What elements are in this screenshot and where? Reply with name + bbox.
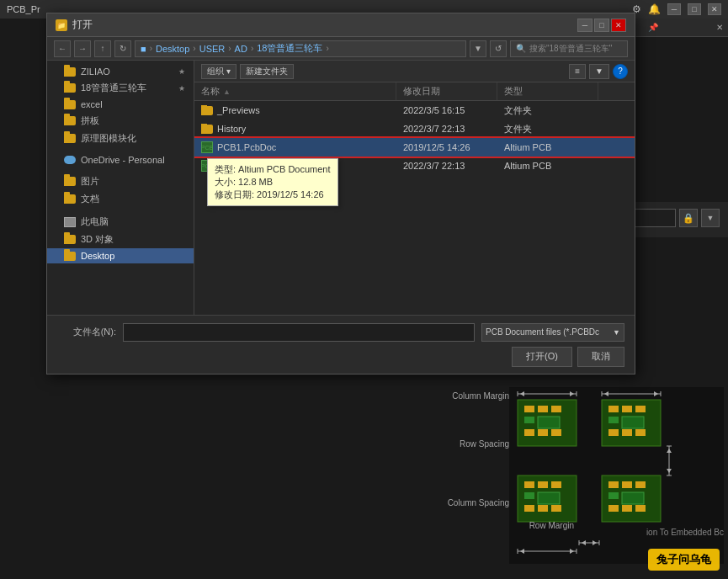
svg-rect-32: [622, 492, 644, 504]
col-header-date[interactable]: 修改日期: [396, 82, 497, 100]
path-item-ad[interactable]: AD: [235, 44, 247, 54]
path-item-0[interactable]: ■: [141, 44, 146, 54]
sidebar-label: excel: [81, 99, 103, 109]
sidebar-label: ZILIAO: [81, 66, 110, 77]
col-header-name[interactable]: 名称 ▲: [194, 82, 396, 100]
svg-marker-49: [667, 449, 672, 453]
file-type-cell: Altium PCB: [497, 161, 598, 171]
help-button[interactable]: ?: [613, 64, 628, 79]
file-row-history[interactable]: History 2022/3/7 22:13 文件夹: [194, 120, 635, 138]
sidebar-item-pictures[interactable]: 图片: [47, 173, 194, 190]
minimize-button[interactable]: ─: [667, 3, 681, 15]
sidebar-label: 3D 对象: [81, 233, 114, 246]
sidebar-item-18guan[interactable]: 18管普通三轮车 ★: [47, 79, 194, 97]
folder-icon: [201, 125, 213, 134]
maximize-button[interactable]: □: [688, 3, 701, 15]
sidebar-item-ziliao[interactable]: ZILIAO ★: [47, 64, 194, 79]
sidebar-label: 此电脑: [81, 215, 109, 228]
sidebar-item-onedrive[interactable]: OneDrive - Personal: [47, 152, 194, 167]
file-name-cell: _Previews: [194, 105, 396, 115]
file-row-previews[interactable]: _Previews 2022/3/5 16:15 文件夹: [194, 101, 635, 120]
dialog-titlebar: 📁 打开 ─ □ ✕: [47, 13, 635, 37]
svg-rect-34: [622, 505, 632, 512]
file-row-pcb1[interactable]: PCB PCB1.PcbDoc 2019/12/5 14:26 Altium P…: [194, 138, 635, 157]
lock-button[interactable]: 🔒: [679, 209, 698, 227]
sidebar-item-yuanli[interactable]: 原理图模块化: [47, 130, 194, 147]
watermark: 兔子问乌龟: [648, 549, 720, 571]
panel-close-icon[interactable]: ✕: [716, 23, 723, 32]
pcb-diagram-svg: [509, 387, 724, 564]
sidebar-item-documents[interactable]: 文档: [47, 190, 194, 208]
dialog-close-button[interactable]: ✕: [611, 19, 626, 32]
dropdown-button[interactable]: ▼: [701, 209, 720, 227]
svg-rect-24: [524, 505, 534, 512]
organize-button[interactable]: 组织 ▾: [201, 64, 236, 79]
col-header-type[interactable]: 类型: [497, 82, 598, 100]
dialog-icon: 📁: [56, 19, 67, 31]
filetype-select[interactable]: PCB Document files (*.PCBDc ▼: [481, 323, 624, 342]
column-spacing-label: Column Spacing: [448, 497, 509, 508]
dialog-maximize-button[interactable]: □: [594, 19, 609, 32]
svg-rect-13: [608, 417, 619, 423]
svg-rect-15: [608, 429, 619, 436]
svg-rect-10: [608, 406, 619, 412]
path-item-user[interactable]: USER: [199, 44, 226, 54]
bell-icon[interactable]: 🔔: [648, 3, 661, 15]
forward-button[interactable]: →: [74, 40, 91, 57]
svg-marker-50: [667, 469, 672, 473]
filename-input[interactable]: [123, 323, 475, 342]
path-dropdown-button[interactable]: ▼: [470, 40, 486, 57]
path-refresh2-button[interactable]: ↺: [490, 40, 507, 57]
cloud-icon: [64, 156, 76, 164]
view-button[interactable]: ≡: [569, 64, 586, 79]
back-button[interactable]: ←: [54, 40, 71, 57]
up-button[interactable]: ↑: [94, 40, 111, 57]
sidebar-item-desktop[interactable]: Desktop: [47, 248, 194, 263]
svg-rect-23: [538, 492, 560, 504]
watermark-text: 兔子问乌龟: [656, 553, 711, 566]
svg-marker-42: [520, 391, 524, 396]
pcb-icon: PCB: [201, 141, 213, 153]
sidebar-label: 18管普通三轮车: [81, 82, 146, 94]
file-type-cell: 文件夹: [497, 104, 598, 117]
path-item-folder[interactable]: 18管普通三轮车: [257, 42, 322, 55]
svg-rect-33: [608, 505, 619, 512]
search-box[interactable]: 🔍 搜索"18管普通三轮车": [510, 40, 628, 57]
dialog-title: 打开: [72, 18, 577, 32]
sidebar-item-pinban[interactable]: 拼板: [47, 112, 194, 130]
sidebar-item-3d[interactable]: 3D 对象: [47, 231, 194, 248]
folder-icon: [64, 194, 76, 204]
close-button[interactable]: ✕: [708, 3, 721, 15]
new-folder-button[interactable]: 新建文件夹: [240, 64, 294, 79]
view-options-button[interactable]: ▼: [589, 64, 609, 79]
file-date-cell: 2022/3/7 22:13: [396, 161, 497, 171]
nav-path[interactable]: ■ › Desktop › USER › AD › 18管普通三轮车 ›: [135, 40, 466, 57]
sidebar-item-thispc[interactable]: 此电脑: [47, 213, 194, 231]
svg-rect-30: [635, 481, 646, 488]
refresh-button[interactable]: ↻: [114, 40, 131, 57]
search-placeholder: 搜索"18管普通三轮车": [529, 43, 612, 55]
sidebar-item-excel[interactable]: excel: [47, 97, 194, 112]
path-item-desktop[interactable]: Desktop: [156, 44, 189, 54]
svg-rect-17: [635, 429, 646, 436]
search-icon: 🔍: [516, 44, 526, 53]
file-date-cell: 2022/3/7 22:13: [396, 124, 497, 134]
svg-rect-5: [538, 417, 560, 428]
dialog-minimize-button[interactable]: ─: [577, 19, 592, 32]
open-button[interactable]: 打开(O): [512, 347, 572, 367]
filetype-value: PCB Document files (*.PCBDc: [486, 327, 599, 337]
panel-pin-icon[interactable]: 📌: [648, 23, 658, 32]
footer-right-text: ion To Embedded Bc: [646, 528, 724, 537]
tooltip-line2: 大小: 12.8 MB: [215, 176, 331, 189]
svg-rect-7: [538, 429, 548, 436]
svg-text:📁: 📁: [57, 21, 66, 29]
cancel-button[interactable]: 取消: [577, 347, 624, 367]
dialog-footer: 文件名(N): PCB Document files (*.PCBDc ▼ 打开…: [47, 315, 635, 374]
dialog-title-buttons: ─ □ ✕: [577, 19, 626, 32]
svg-marker-59: [520, 549, 524, 554]
file-name-cell: PCB PCB1.PcbDoc: [194, 141, 396, 153]
folder-icon: [201, 106, 213, 115]
sidebar-label: 原理图模块化: [81, 132, 136, 145]
file-date-cell: 2022/3/5 16:15: [396, 105, 497, 115]
file-list: _Previews 2022/3/5 16:15 文件夹 History 202…: [194, 101, 635, 315]
